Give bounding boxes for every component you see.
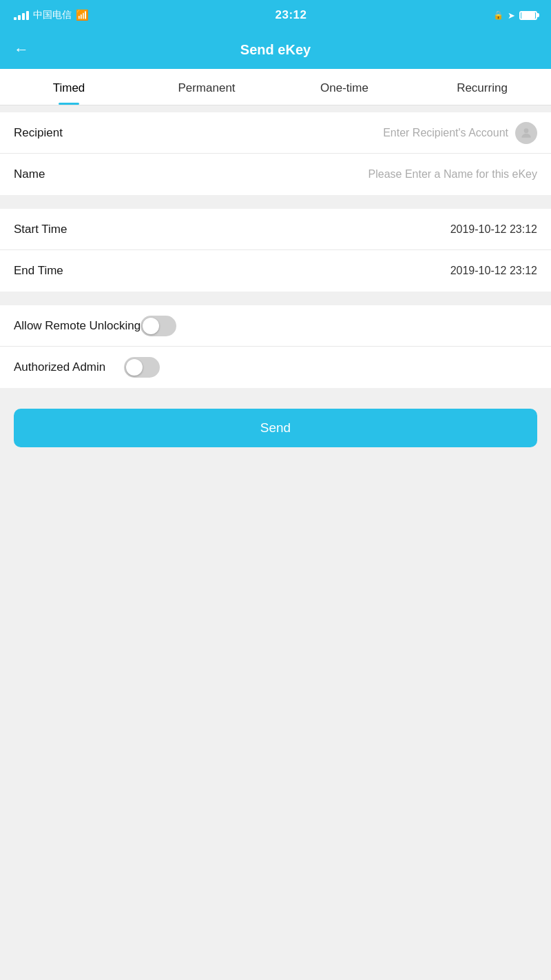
back-button[interactable]: ← — [14, 41, 29, 59]
end-time-label: End Time — [14, 264, 124, 278]
svg-point-0 — [524, 128, 529, 133]
remote-unlocking-row: Allow Remote Unlocking — [0, 305, 551, 347]
authorized-admin-toggle[interactable] — [124, 357, 160, 378]
status-bar: 中国电信 📶 23:12 🔒 ➤ — [0, 0, 551, 30]
time-section: Start Time 2019-10-12 23:12 End Time 201… — [0, 209, 551, 292]
name-label: Name — [14, 167, 124, 181]
wifi-icon: 📶 — [76, 9, 89, 21]
signal-bars-icon — [14, 10, 29, 20]
location-icon: ➤ — [508, 10, 515, 21]
tab-recurring[interactable]: Recurring — [413, 69, 551, 105]
status-right: 🔒 ➤ — [493, 10, 537, 21]
end-time-value: 2019-10-12 23:12 — [124, 265, 537, 277]
start-time-value: 2019-10-12 23:12 — [124, 223, 537, 236]
authorized-admin-label: Authorized Admin — [14, 360, 124, 374]
end-time-row[interactable]: End Time 2019-10-12 23:12 — [0, 250, 551, 292]
send-button[interactable]: Send — [14, 409, 537, 447]
lock-icon: 🔒 — [493, 10, 503, 20]
remote-unlocking-label: Allow Remote Unlocking — [14, 319, 141, 333]
start-time-label: Start Time — [14, 223, 124, 236]
section-separator-2 — [0, 202, 551, 209]
recipient-label: Recipient — [14, 126, 124, 140]
recipient-name-section: Recipient Name — [0, 112, 551, 195]
tab-one-time[interactable]: One-time — [276, 69, 413, 105]
carrier-label: 中国电信 — [33, 9, 72, 21]
authorized-admin-row: Authorized Admin — [0, 347, 551, 388]
tabs-container: Timed Permanent One-time Recurring — [0, 69, 551, 105]
battery-icon — [519, 11, 537, 20]
section-separator-3 — [0, 298, 551, 305]
status-time: 23:12 — [276, 8, 307, 22]
recipient-input[interactable] — [124, 127, 508, 139]
nav-header: ← Send eKey — [0, 30, 551, 69]
toggles-section: Allow Remote Unlocking Authorized Admin — [0, 305, 551, 388]
send-section: Send — [0, 395, 551, 461]
recipient-contact-icon[interactable] — [515, 122, 537, 144]
name-input[interactable] — [124, 168, 537, 181]
page-title: Send eKey — [240, 42, 311, 58]
remote-unlocking-toggle[interactable] — [141, 316, 176, 336]
status-left: 中国电信 📶 — [14, 9, 89, 21]
name-row: Name — [0, 154, 551, 195]
empty-space — [0, 461, 551, 737]
section-separator — [0, 105, 551, 112]
recipient-row: Recipient — [0, 112, 551, 154]
tab-timed[interactable]: Timed — [0, 69, 138, 105]
tab-permanent[interactable]: Permanent — [138, 69, 276, 105]
start-time-row[interactable]: Start Time 2019-10-12 23:12 — [0, 209, 551, 250]
